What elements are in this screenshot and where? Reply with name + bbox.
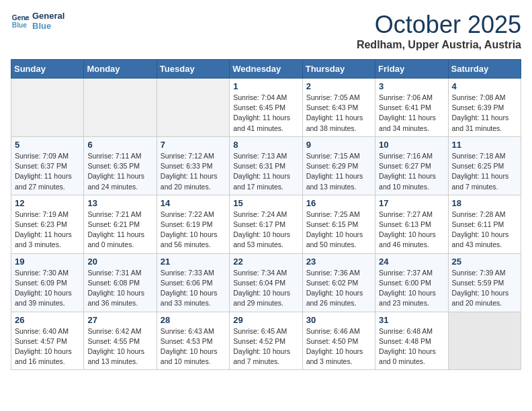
svg-text:Blue: Blue bbox=[12, 21, 28, 29]
day-number: 5 bbox=[15, 140, 80, 150]
calendar-cell: 23Sunrise: 7:36 AMSunset: 6:02 PMDayligh… bbox=[302, 253, 375, 312]
calendar-week-2: 5Sunrise: 7:09 AMSunset: 6:37 PMDaylight… bbox=[11, 136, 521, 195]
day-number: 24 bbox=[379, 257, 444, 267]
weekday-header-tuesday: Tuesday bbox=[157, 60, 229, 79]
day-info: Sunrise: 7:25 AMSunset: 6:15 PMDaylight:… bbox=[306, 210, 371, 250]
day-info: Sunrise: 7:15 AMSunset: 6:29 PMDaylight:… bbox=[306, 151, 371, 192]
day-number: 3 bbox=[379, 81, 444, 91]
day-info: Sunrise: 6:45 AMSunset: 4:52 PMDaylight:… bbox=[233, 326, 298, 367]
day-info: Sunrise: 6:48 AMSunset: 4:48 PMDaylight:… bbox=[379, 326, 444, 367]
day-number: 9 bbox=[306, 140, 371, 150]
day-info: Sunrise: 7:11 AMSunset: 6:35 PMDaylight:… bbox=[87, 151, 152, 192]
calendar-cell: 10Sunrise: 7:16 AMSunset: 6:27 PMDayligh… bbox=[375, 136, 448, 195]
day-number: 12 bbox=[15, 198, 80, 208]
day-info: Sunrise: 7:09 AMSunset: 6:37 PMDaylight:… bbox=[15, 151, 80, 192]
day-info: Sunrise: 6:40 AMSunset: 4:57 PMDaylight:… bbox=[15, 326, 80, 367]
day-number: 10 bbox=[379, 140, 444, 150]
calendar-cell: 1Sunrise: 7:04 AMSunset: 6:45 PMDaylight… bbox=[230, 79, 302, 137]
day-number: 28 bbox=[161, 315, 226, 325]
day-number: 30 bbox=[306, 315, 371, 325]
weekday-header-row: SundayMondayTuesdayWednesdayThursdayFrid… bbox=[11, 60, 521, 79]
day-info: Sunrise: 7:05 AMSunset: 6:43 PMDaylight:… bbox=[306, 93, 371, 134]
page-header: General Blue General Blue October 2025 R… bbox=[11, 11, 521, 51]
calendar-cell bbox=[157, 79, 229, 137]
day-number: 8 bbox=[233, 140, 298, 150]
calendar-cell: 2Sunrise: 7:05 AMSunset: 6:43 PMDaylight… bbox=[302, 79, 375, 137]
calendar-week-4: 19Sunrise: 7:30 AMSunset: 6:09 PMDayligh… bbox=[11, 253, 521, 312]
calendar-cell: 12Sunrise: 7:19 AMSunset: 6:23 PMDayligh… bbox=[11, 195, 84, 253]
calendar-cell: 28Sunrise: 6:43 AMSunset: 4:53 PMDayligh… bbox=[157, 312, 229, 370]
calendar-cell: 9Sunrise: 7:15 AMSunset: 6:29 PMDaylight… bbox=[302, 136, 375, 195]
day-info: Sunrise: 6:43 AMSunset: 4:53 PMDaylight:… bbox=[161, 326, 226, 367]
weekday-header-saturday: Saturday bbox=[448, 60, 521, 79]
day-info: Sunrise: 7:36 AMSunset: 6:02 PMDaylight:… bbox=[306, 268, 371, 309]
day-number: 26 bbox=[15, 315, 80, 325]
day-number: 16 bbox=[306, 198, 371, 208]
day-info: Sunrise: 7:34 AMSunset: 6:04 PMDaylight:… bbox=[233, 268, 298, 309]
calendar-week-1: 1Sunrise: 7:04 AMSunset: 6:45 PMDaylight… bbox=[11, 79, 521, 137]
calendar-cell: 7Sunrise: 7:12 AMSunset: 6:33 PMDaylight… bbox=[157, 136, 229, 195]
calendar-cell: 26Sunrise: 6:40 AMSunset: 4:57 PMDayligh… bbox=[11, 312, 84, 370]
calendar-cell: 22Sunrise: 7:34 AMSunset: 6:04 PMDayligh… bbox=[230, 253, 302, 312]
calendar-cell: 4Sunrise: 7:08 AMSunset: 6:39 PMDaylight… bbox=[448, 79, 521, 137]
day-info: Sunrise: 7:31 AMSunset: 6:08 PMDaylight:… bbox=[87, 268, 152, 309]
day-number: 11 bbox=[452, 140, 517, 150]
day-info: Sunrise: 7:21 AMSunset: 6:21 PMDaylight:… bbox=[87, 210, 152, 250]
svg-text:General: General bbox=[12, 14, 30, 21]
logo-line1: General bbox=[32, 11, 64, 21]
day-info: Sunrise: 7:06 AMSunset: 6:41 PMDaylight:… bbox=[379, 93, 444, 134]
calendar-cell: 30Sunrise: 6:46 AMSunset: 4:50 PMDayligh… bbox=[302, 312, 375, 370]
calendar-cell bbox=[11, 79, 84, 137]
calendar-cell: 14Sunrise: 7:22 AMSunset: 6:19 PMDayligh… bbox=[157, 195, 229, 253]
calendar-cell bbox=[84, 79, 157, 137]
day-info: Sunrise: 7:19 AMSunset: 6:23 PMDaylight:… bbox=[15, 210, 80, 250]
calendar-cell: 21Sunrise: 7:33 AMSunset: 6:06 PMDayligh… bbox=[157, 253, 229, 312]
calendar-week-3: 12Sunrise: 7:19 AMSunset: 6:23 PMDayligh… bbox=[11, 195, 521, 253]
day-number: 25 bbox=[452, 257, 517, 267]
day-number: 19 bbox=[15, 257, 80, 267]
day-info: Sunrise: 7:28 AMSunset: 6:11 PMDaylight:… bbox=[452, 210, 517, 250]
logo: General Blue General Blue bbox=[11, 11, 64, 31]
day-info: Sunrise: 7:30 AMSunset: 6:09 PMDaylight:… bbox=[15, 268, 80, 309]
day-info: Sunrise: 7:39 AMSunset: 5:59 PMDaylight:… bbox=[452, 268, 517, 309]
day-info: Sunrise: 7:13 AMSunset: 6:31 PMDaylight:… bbox=[233, 151, 298, 192]
day-number: 14 bbox=[161, 198, 226, 208]
calendar-cell: 3Sunrise: 7:06 AMSunset: 6:41 PMDaylight… bbox=[375, 79, 448, 137]
day-number: 29 bbox=[233, 315, 298, 325]
logo-line2: Blue bbox=[32, 21, 64, 31]
day-number: 22 bbox=[233, 257, 298, 267]
logo-icon: General Blue bbox=[11, 11, 30, 30]
calendar-cell: 13Sunrise: 7:21 AMSunset: 6:21 PMDayligh… bbox=[84, 195, 157, 253]
calendar-cell: 16Sunrise: 7:25 AMSunset: 6:15 PMDayligh… bbox=[302, 195, 375, 253]
calendar-cell bbox=[448, 312, 521, 370]
calendar-cell: 31Sunrise: 6:48 AMSunset: 4:48 PMDayligh… bbox=[375, 312, 448, 370]
day-number: 20 bbox=[87, 257, 152, 267]
weekday-header-thursday: Thursday bbox=[302, 60, 375, 79]
day-number: 31 bbox=[379, 315, 444, 325]
title-block: October 2025 Redlham, Upper Austria, Aus… bbox=[357, 11, 521, 51]
calendar-cell: 27Sunrise: 6:42 AMSunset: 4:55 PMDayligh… bbox=[84, 312, 157, 370]
calendar-cell: 25Sunrise: 7:39 AMSunset: 5:59 PMDayligh… bbox=[448, 253, 521, 312]
day-info: Sunrise: 7:04 AMSunset: 6:45 PMDaylight:… bbox=[233, 93, 298, 134]
day-number: 23 bbox=[306, 257, 371, 267]
day-info: Sunrise: 6:42 AMSunset: 4:55 PMDaylight:… bbox=[87, 326, 152, 367]
day-info: Sunrise: 7:12 AMSunset: 6:33 PMDaylight:… bbox=[161, 151, 226, 192]
weekday-header-monday: Monday bbox=[84, 60, 157, 79]
calendar-cell: 20Sunrise: 7:31 AMSunset: 6:08 PMDayligh… bbox=[84, 253, 157, 312]
weekday-header-sunday: Sunday bbox=[11, 60, 84, 79]
day-info: Sunrise: 6:46 AMSunset: 4:50 PMDaylight:… bbox=[306, 326, 371, 367]
day-number: 15 bbox=[233, 198, 298, 208]
calendar-table: SundayMondayTuesdayWednesdayThursdayFrid… bbox=[11, 59, 521, 370]
weekday-header-wednesday: Wednesday bbox=[230, 60, 302, 79]
calendar-cell: 17Sunrise: 7:27 AMSunset: 6:13 PMDayligh… bbox=[375, 195, 448, 253]
weekday-header-friday: Friday bbox=[375, 60, 448, 79]
calendar-cell: 6Sunrise: 7:11 AMSunset: 6:35 PMDaylight… bbox=[84, 136, 157, 195]
day-number: 1 bbox=[233, 81, 298, 91]
day-number: 21 bbox=[161, 257, 226, 267]
day-info: Sunrise: 7:18 AMSunset: 6:25 PMDaylight:… bbox=[452, 151, 517, 192]
calendar-cell: 19Sunrise: 7:30 AMSunset: 6:09 PMDayligh… bbox=[11, 253, 84, 312]
day-number: 6 bbox=[87, 140, 152, 150]
day-number: 27 bbox=[87, 315, 152, 325]
calendar-cell: 18Sunrise: 7:28 AMSunset: 6:11 PMDayligh… bbox=[448, 195, 521, 253]
calendar-cell: 24Sunrise: 7:37 AMSunset: 6:00 PMDayligh… bbox=[375, 253, 448, 312]
